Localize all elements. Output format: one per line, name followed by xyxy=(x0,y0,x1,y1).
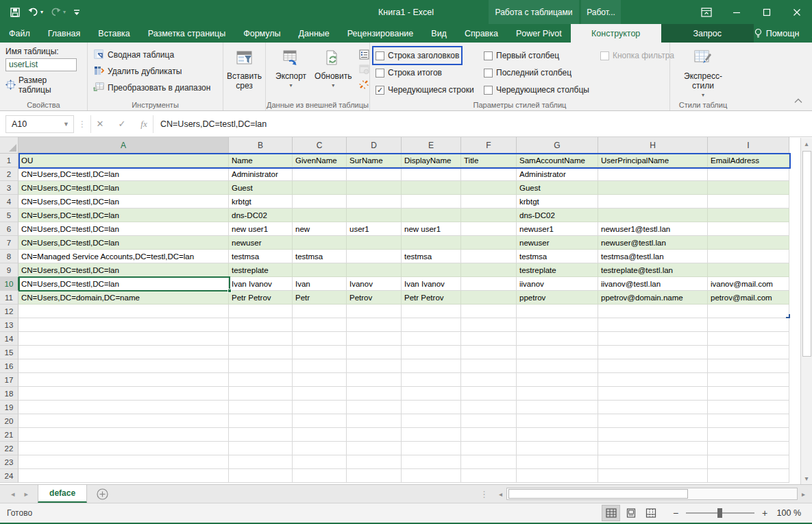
row-header[interactable]: 16 xyxy=(0,359,19,373)
cell[interactable]: Ivan xyxy=(293,277,347,291)
cell[interactable] xyxy=(293,332,347,346)
cell[interactable] xyxy=(347,263,402,277)
cell[interactable]: testreplate@testl.lan xyxy=(598,263,708,277)
cell[interactable]: CN=Users,DC=domain,DC=name xyxy=(19,291,229,305)
ribbon-display-options-button[interactable] xyxy=(691,0,722,24)
column-header[interactable]: H xyxy=(598,137,708,154)
row-header[interactable]: 22 xyxy=(0,442,19,455)
cell[interactable]: UserPrincipalName xyxy=(598,154,708,167)
cell[interactable] xyxy=(229,414,293,428)
sheet-nav-right-icon[interactable]: ▸ xyxy=(25,490,29,499)
cell[interactable]: OU xyxy=(19,154,229,167)
cell[interactable] xyxy=(598,305,708,318)
row-header[interactable]: 18 xyxy=(0,387,19,401)
zoom-level[interactable]: 100 % xyxy=(771,508,801,518)
column-header[interactable]: F xyxy=(461,137,517,154)
cell[interactable]: Guest xyxy=(517,181,598,195)
cell[interactable]: newuser1@testl.lan xyxy=(598,222,708,236)
cell[interactable] xyxy=(347,250,402,263)
ribbon-tab[interactable]: Power Pivot xyxy=(507,24,571,43)
row-header[interactable]: 7 xyxy=(0,236,19,250)
cell[interactable] xyxy=(402,305,461,318)
cell[interactable]: CN=Users,DC=testl,DC=lan xyxy=(19,181,229,195)
insert-function-button[interactable]: fx xyxy=(138,119,150,130)
collapse-ribbon-button[interactable] xyxy=(794,94,802,106)
cell[interactable]: user1 xyxy=(347,222,402,236)
cell[interactable] xyxy=(402,442,461,455)
cell[interactable] xyxy=(517,442,598,455)
cell[interactable]: Petrov xyxy=(347,291,402,305)
cell[interactable] xyxy=(517,455,598,469)
style-option-checkbox[interactable]: Первый столбец xyxy=(484,49,559,62)
view-page-layout-button[interactable] xyxy=(622,505,640,521)
column-header[interactable]: I xyxy=(708,137,789,154)
cell[interactable] xyxy=(347,209,402,222)
cell[interactable] xyxy=(708,250,789,263)
cell[interactable]: testreplate xyxy=(229,263,293,277)
cell[interactable] xyxy=(293,181,347,195)
cell[interactable]: dns-DC02 xyxy=(229,209,293,222)
cell[interactable] xyxy=(229,305,293,318)
column-header[interactable]: A xyxy=(19,137,229,154)
cell[interactable] xyxy=(598,318,708,332)
cell[interactable] xyxy=(708,346,789,359)
cell[interactable]: CN=Users,DC=testl,DC=lan xyxy=(19,222,229,236)
cell[interactable] xyxy=(402,167,461,181)
cell[interactable] xyxy=(708,442,789,455)
cell[interactable] xyxy=(708,359,789,373)
undo-button[interactable]: ▾ xyxy=(27,7,43,17)
cell[interactable] xyxy=(402,387,461,401)
cell[interactable] xyxy=(402,195,461,209)
cell[interactable]: new user1 xyxy=(229,222,293,236)
zoom-in-button[interactable]: + xyxy=(760,508,770,519)
cell[interactable] xyxy=(708,181,789,195)
cell[interactable] xyxy=(229,401,293,414)
cell[interactable]: EmailAddress xyxy=(708,154,789,167)
cell[interactable] xyxy=(517,469,598,483)
cell[interactable] xyxy=(598,181,708,195)
cell[interactable]: iivanov@testl.lan xyxy=(598,277,708,291)
cell[interactable] xyxy=(598,359,708,373)
row-header[interactable]: 20 xyxy=(0,414,19,428)
cell[interactable] xyxy=(293,428,347,442)
row-header[interactable]: 15 xyxy=(0,346,19,359)
cell[interactable] xyxy=(229,442,293,455)
close-button[interactable] xyxy=(782,0,812,24)
row-header[interactable]: 1 xyxy=(0,154,19,167)
cell[interactable] xyxy=(293,195,347,209)
cell[interactable] xyxy=(19,318,229,332)
cell[interactable] xyxy=(708,167,789,181)
cell[interactable] xyxy=(347,469,402,483)
cell[interactable] xyxy=(229,359,293,373)
cell[interactable] xyxy=(293,209,347,222)
cell[interactable] xyxy=(517,305,598,318)
cell[interactable] xyxy=(461,263,517,277)
cell[interactable] xyxy=(461,195,517,209)
cell[interactable] xyxy=(347,346,402,359)
cell[interactable] xyxy=(229,428,293,442)
cell[interactable] xyxy=(347,373,402,387)
row-header[interactable]: 4 xyxy=(0,195,19,209)
ribbon-tab[interactable]: Файл xyxy=(0,24,39,43)
cell[interactable] xyxy=(19,455,229,469)
cell[interactable] xyxy=(598,455,708,469)
cell[interactable] xyxy=(293,236,347,250)
cell[interactable] xyxy=(598,195,708,209)
cell[interactable] xyxy=(293,414,347,428)
cell[interactable] xyxy=(517,387,598,401)
scroll-left-icon[interactable]: ◂ xyxy=(495,488,506,500)
ribbon-tab[interactable]: Формулы xyxy=(234,24,289,43)
cell[interactable]: CN=Users,DC=testl,DC=lan xyxy=(19,263,229,277)
unlink-button[interactable] xyxy=(357,78,371,91)
cell[interactable]: Ivan Ivanov xyxy=(229,277,293,291)
cell[interactable] xyxy=(517,332,598,346)
cell[interactable]: newuser xyxy=(229,236,293,250)
cell[interactable] xyxy=(347,359,402,373)
cell[interactable] xyxy=(293,346,347,359)
customize-qat-button[interactable] xyxy=(73,8,81,17)
cell[interactable]: iivanov xyxy=(517,277,598,291)
cell[interactable] xyxy=(598,401,708,414)
cell[interactable] xyxy=(19,359,229,373)
cell[interactable]: newuser xyxy=(517,236,598,250)
row-header[interactable]: 10 xyxy=(0,277,19,291)
